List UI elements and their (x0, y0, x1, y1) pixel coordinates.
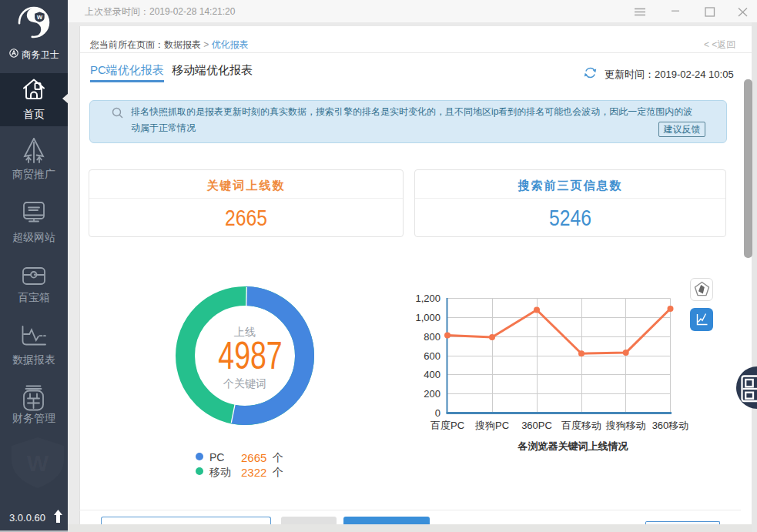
svg-text:1,000: 1,000 (415, 312, 440, 323)
svg-text:360移动: 360移动 (652, 420, 689, 431)
svg-text:百度移动: 百度移动 (561, 420, 601, 431)
svg-text:百度PC: 百度PC (430, 420, 464, 431)
svg-text:360PC: 360PC (521, 420, 552, 431)
svg-text:w: w (36, 13, 43, 21)
svg-text:600: 600 (424, 350, 440, 362)
svg-text:1,200: 1,200 (415, 293, 440, 304)
svg-text:搜狗移动: 搜狗移动 (605, 420, 646, 431)
svg-text:400: 400 (424, 369, 440, 380)
svg-text:200: 200 (424, 388, 440, 400)
svg-text:W: W (27, 450, 49, 476)
svg-text:0: 0 (435, 407, 440, 419)
svg-text:800: 800 (424, 331, 440, 343)
svg-text:搜狗PC: 搜狗PC (474, 420, 509, 431)
